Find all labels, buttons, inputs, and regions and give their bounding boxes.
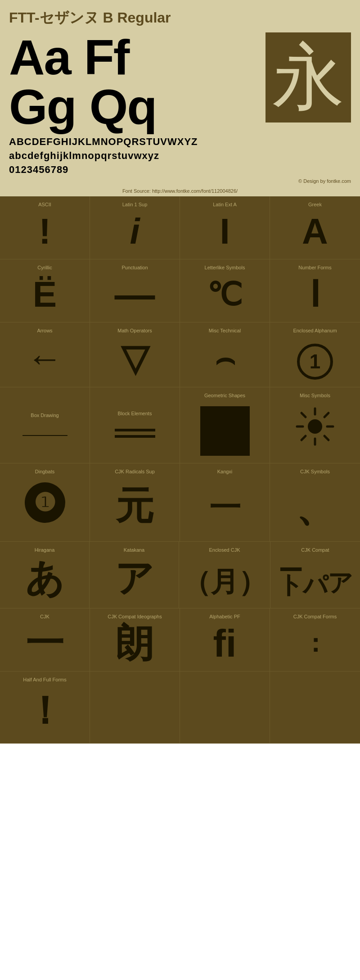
cell-cjkcompatforms: CJK Compat Forms ： [270,608,360,671]
cell-empty-1 [90,671,180,744]
kanji-box: 永 [266,32,351,122]
svg-line-8 [302,436,306,440]
cell-cjkradicals: CJK Radicals Sup 元 [90,463,180,542]
label-letterlike: Letterlike Symbols [205,265,245,270]
label-cjkcompat: CJK Compat [301,547,329,553]
uppercase-line: ABCDEFGHIJKLMNOPQRSTUVWXYZ [9,135,351,149]
label-geoshapes: Geometric Shapes [204,393,245,398]
label-latin1sup: Latin 1 Sup [122,202,148,207]
label-numberforms: Number Forms [298,265,331,270]
kanji-char: 永 [272,41,344,113]
dingbat-num: ❶ [34,490,56,515]
block-line-2 [115,435,155,438]
cell-empty-3 [270,671,360,744]
dingbat-circle: ❶ [25,482,65,523]
digits-line: 0123456789 [9,163,351,177]
symbol-greek: Α [302,211,328,252]
symbol-cjkcompatforms: ： [303,623,328,664]
big-letter-gg: Gg [9,82,76,132]
cell-greek: Greek Α [270,196,360,259]
svg-line-6 [324,436,328,440]
source-line: Font Source: http://www.fontke.com/font/… [0,188,360,196]
cell-mathops: Math Operators ▽ [90,322,180,387]
grid-row-6: Hiragana あ Katakana ア Enclosed CJK （月） C… [0,542,360,608]
cell-kangxi: Kangxi 一 [180,463,270,542]
label-cyrillic: Cyrillic [37,265,52,270]
block-elem-lines [115,429,155,438]
cjk-symbol-comma: 、 [296,482,334,534]
symbol-punctuation: — [115,274,155,315]
symbol-misctech: ⌢ [215,337,235,380]
grid-row-1: ASCII ! Latin 1 Sup i Latin Ext A I Gree… [0,196,360,259]
symbol-halfandfull: ！ [26,686,64,736]
label-blockelements: Block Elements [118,411,152,416]
grid-row-2: Cyrillic Ë Punctuation — Letterlike Symb… [0,259,360,322]
cell-blockelements: Block Elements [90,387,180,463]
top-section: FTT-セザンヌ B Regular Aa Ff Gg Qq 永 ABCDEFG… [0,0,360,188]
enclosed-circle: 1 [297,344,333,380]
symbol-mathops: ▽ [121,337,149,380]
alphabet-section: ABCDEFGHIJKLMNOPQRSTUVWXYZ abcdefghijklm… [9,135,351,177]
symbol-latinexta: I [220,211,230,252]
symbol-numberforms: Ⅰ [310,274,320,315]
symbol-cjkcompat: アパート [278,556,352,601]
kangxi-dash: 一 [209,487,241,529]
cell-misctech: Misc Technical ⌢ [180,322,270,387]
label-kangxi: Kangxi [217,469,233,474]
grid-row-4: Box Drawing Block Elements Geometric Sha… [0,387,360,463]
label-cjk: CJK [40,614,50,619]
label-halfandfull: Half And Full Forms [23,677,67,682]
svg-point-0 [308,419,322,434]
label-cjkradicals: CJK Radicals Sup [115,469,155,474]
geo-square [200,406,250,456]
label-miscsymbols: Misc Symbols [300,393,330,398]
cell-enclosedcjk: Enclosed CJK （月） [179,542,270,608]
cell-cjkcompatideo: CJK Compat Ideographs 朗 [90,608,180,671]
sample-letters: Aa Ff Gg Qq [9,32,261,132]
copyright-line: © Design by fontke.com [9,178,351,184]
symbol-cyrillic: Ë [33,274,57,315]
symbol-latin1sup: i [130,211,140,252]
big-letters-row-1: Aa Ff [9,32,261,82]
label-dingbats: Dingbats [35,469,54,474]
cell-miscsymbols: Misc Symbols [270,387,360,463]
label-enclosedcjk: Enclosed CJK [209,547,240,553]
svg-line-7 [324,413,328,417]
symbol-cjkcompatideo: 朗 [116,623,154,664]
symbol-cjkradicals: 元 [116,478,154,534]
cell-empty-2 [180,671,270,744]
cell-dingbats: Dingbats ❶ [0,463,90,542]
cell-geoshapes: Geometric Shapes [180,387,270,463]
grid-row-8: Half And Full Forms ！ [0,671,360,744]
lowercase-line: abcdefghijklmnopqrstuvwxyz [9,149,351,163]
box-drawing-line [22,435,68,436]
label-punctuation: Punctuation [122,265,148,270]
enclosed-num: 1 [310,352,320,372]
cell-numberforms: Number Forms Ⅰ [270,259,360,322]
label-ascii: ASCII [38,202,51,207]
grid-row-5: Dingbats ❶ CJK Radicals Sup 元 Kangxi 一 C… [0,463,360,542]
label-mathops: Math Operators [117,328,152,333]
grid-row-7: CJK 一 CJK Compat Ideographs 朗 Alphabetic… [0,608,360,671]
cell-ascii: ASCII ! [0,196,90,259]
big-letter-qq: Qq [90,82,157,132]
sun-svg [295,406,335,447]
cell-cjksymbols: CJK Symbols 、 [270,463,360,542]
cell-cjkcompat: CJK Compat アパート [270,542,360,608]
label-cjkcompatforms: CJK Compat Forms [293,614,337,619]
cell-enclosed-alphanum: Enclosed Alphanum 1 [270,322,360,387]
big-letter-ff: Ff [84,32,129,82]
cell-latinexta: Latin Ext A I [180,196,270,259]
symbol-hiragana: あ [25,556,64,601]
svg-line-5 [302,413,306,417]
cell-letterlike: Letterlike Symbols ℃ [180,259,270,322]
label-katakana: Katakana [124,547,144,553]
block-line-1 [115,429,155,431]
cell-cyrillic: Cyrillic Ë [0,259,90,322]
symbol-letterlike: ℃ [207,274,243,315]
cell-boxdrawing: Box Drawing [0,387,90,463]
symbol-katakana: ア [115,556,154,601]
big-letter-aa: Aa [9,32,71,82]
label-hiragana: Hiragana [35,547,55,553]
cell-hiragana: Hiragana あ [0,542,90,608]
